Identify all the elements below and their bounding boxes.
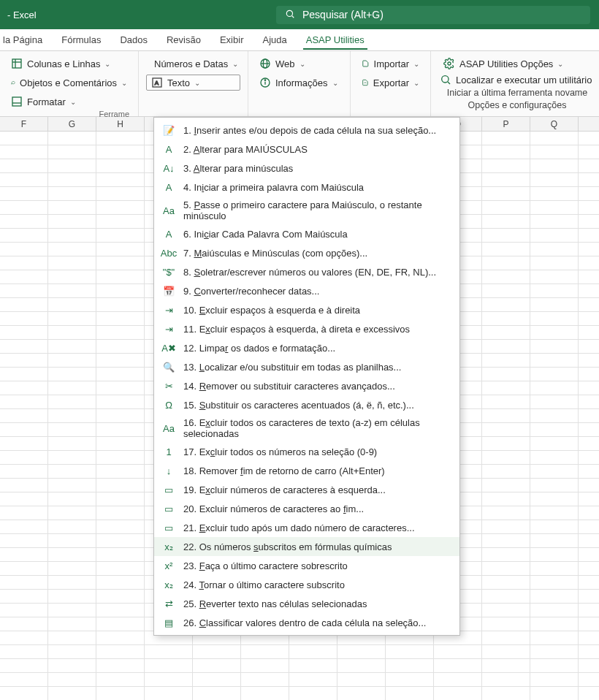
cell[interactable]: [0, 423, 48, 436]
cell[interactable]: [0, 270, 48, 284]
cell[interactable]: [482, 284, 530, 297]
cell[interactable]: [530, 645, 579, 658]
cell[interactable]: [579, 659, 599, 672]
cell[interactable]: [0, 201, 48, 214]
cell[interactable]: [96, 256, 145, 270]
cell[interactable]: [0, 298, 48, 311]
cell[interactable]: [482, 215, 530, 228]
cell[interactable]: [579, 395, 599, 408]
menu-item[interactable]: ▤26. Classificar valores dentro de cada …: [154, 613, 459, 632]
cell[interactable]: [96, 590, 145, 603]
cell[interactable]: [0, 451, 48, 464]
cell[interactable]: [48, 368, 96, 381]
cell[interactable]: [289, 659, 337, 672]
cell[interactable]: [96, 243, 145, 256]
cell[interactable]: [145, 673, 193, 686]
cell[interactable]: [145, 645, 193, 658]
cell[interactable]: [96, 409, 145, 422]
cell[interactable]: [482, 159, 530, 172]
cell[interactable]: [579, 617, 599, 631]
cell[interactable]: [0, 465, 48, 478]
cell[interactable]: [48, 548, 96, 561]
cell[interactable]: [579, 687, 599, 700]
cell[interactable]: [0, 395, 48, 408]
cell[interactable]: [48, 187, 96, 200]
cell[interactable]: [482, 631, 530, 644]
cell[interactable]: [530, 548, 579, 561]
cell[interactable]: [579, 548, 599, 561]
cell[interactable]: [482, 479, 530, 492]
menu-item[interactable]: A✖12. Limpar os dados e formatação...: [154, 338, 459, 357]
cell[interactable]: [530, 381, 579, 395]
cell[interactable]: [482, 270, 530, 284]
cell[interactable]: [0, 159, 48, 172]
cell[interactable]: [0, 437, 48, 450]
cell[interactable]: [96, 479, 145, 492]
menu-item[interactable]: ↓18. Remover fim de retorno de carro (Al…: [154, 461, 459, 480]
cell[interactable]: [434, 687, 482, 700]
cell[interactable]: [579, 201, 599, 214]
search-box[interactable]: Pesquisar (Alt+G): [276, 6, 590, 24]
cell[interactable]: [0, 492, 48, 506]
cell[interactable]: [482, 340, 530, 353]
cell[interactable]: [482, 659, 530, 672]
cell[interactable]: [48, 562, 96, 575]
cell[interactable]: [0, 590, 48, 603]
cell[interactable]: [0, 617, 48, 631]
cell[interactable]: [337, 659, 386, 672]
menu-item[interactable]: x₂24. Tornar o último caractere subscrit…: [154, 575, 459, 594]
cell[interactable]: [579, 312, 599, 325]
cell[interactable]: [482, 590, 530, 603]
cell[interactable]: [48, 145, 96, 159]
cell[interactable]: [482, 506, 530, 520]
menu-item[interactable]: ▭20. Excluir números de caracteres ao fi…: [154, 499, 459, 518]
cell[interactable]: [96, 562, 145, 575]
cell[interactable]: [530, 437, 579, 450]
menu-item[interactable]: Aa16. Excluir todos os caracteres de tex…: [154, 414, 459, 442]
cell[interactable]: [48, 534, 96, 547]
cell[interactable]: [48, 395, 96, 408]
cell[interactable]: [530, 395, 579, 408]
cell[interactable]: [0, 368, 48, 381]
cell[interactable]: [48, 617, 96, 631]
cell[interactable]: [482, 520, 530, 533]
cell[interactable]: [0, 340, 48, 353]
tab-asap-utilities[interactable]: ASAP Utilities: [303, 30, 367, 50]
cell[interactable]: [579, 423, 599, 436]
cell[interactable]: [48, 132, 96, 145]
cell[interactable]: [579, 437, 599, 450]
cell[interactable]: [0, 506, 48, 520]
cell[interactable]: [579, 381, 599, 395]
options-link[interactable]: Opções e configurações: [440, 100, 595, 110]
cell[interactable]: [530, 368, 579, 381]
import-button[interactable]: Importar⌄: [358, 56, 423, 72]
cell[interactable]: [482, 229, 530, 242]
cell[interactable]: [386, 659, 434, 672]
cell[interactable]: [96, 548, 145, 561]
cell[interactable]: [579, 256, 599, 270]
cell[interactable]: [48, 645, 96, 658]
cell[interactable]: [579, 187, 599, 200]
cell[interactable]: [482, 187, 530, 200]
tab-view[interactable]: Exibir: [217, 30, 247, 50]
cell[interactable]: [337, 645, 386, 658]
cell[interactable]: [530, 354, 579, 367]
cell[interactable]: [434, 659, 482, 672]
cell[interactable]: [482, 368, 530, 381]
col-header[interactable]: H: [96, 117, 145, 131]
menu-item[interactable]: ▭21. Excluir tudo após um dado número de…: [154, 518, 459, 537]
cell[interactable]: [530, 687, 579, 700]
cell[interactable]: [579, 492, 599, 506]
cell[interactable]: [96, 368, 145, 381]
cell[interactable]: [530, 284, 579, 297]
tab-data[interactable]: Dados: [117, 30, 150, 50]
cell[interactable]: [193, 645, 241, 658]
cell[interactable]: [530, 534, 579, 547]
asap-options-button[interactable]: ASAP Utilities Opções⌄: [440, 56, 595, 72]
cell[interactable]: [48, 673, 96, 686]
cell[interactable]: [241, 673, 289, 686]
cell[interactable]: [48, 298, 96, 311]
cell[interactable]: [48, 229, 96, 242]
cell[interactable]: [96, 520, 145, 533]
cell[interactable]: [0, 687, 48, 700]
